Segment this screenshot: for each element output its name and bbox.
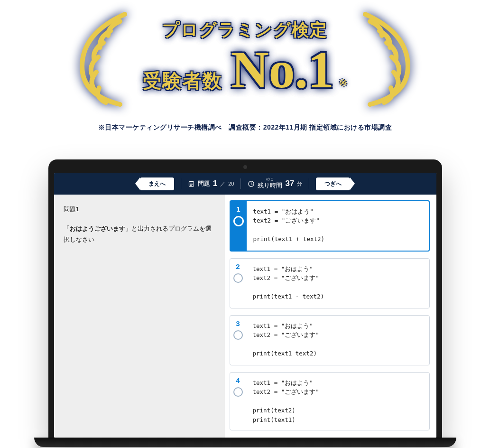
- divider: [240, 178, 241, 189]
- choice-number: 3: [236, 319, 240, 327]
- question-pane: 問題1 「おはようございます」と出力されるプログラムを選択しなさい: [54, 195, 225, 438]
- exam-screen: まえへ 問題 1 ／ 20: [54, 173, 436, 438]
- question-total: 20: [228, 181, 234, 187]
- choice-code: text1 = "おはよう" text2 = "ございます" print(tex…: [247, 201, 429, 251]
- next-button[interactable]: つぎへ: [316, 177, 350, 190]
- award-no1: No.1: [231, 44, 334, 96]
- choice-badge: 1: [231, 201, 247, 251]
- list-icon: [188, 180, 195, 187]
- radio-icon: [233, 387, 243, 397]
- award-line1: プログラミング検定: [143, 19, 347, 42]
- answer-choice-4[interactable]: 4text1 = "おはよう" text2 = "ございます" print(te…: [230, 372, 430, 430]
- next-button-label: つぎへ: [324, 180, 342, 187]
- question-body-bold: おはようございます: [70, 225, 125, 232]
- time-label: 残り時間: [258, 182, 282, 189]
- award-caption: ※日本マーケティングリサーチ機構調べ 調査概要：2022年11月期 指定領域にお…: [0, 123, 490, 132]
- choice-badge: 2: [230, 259, 246, 308]
- question-title: 問題1: [64, 205, 215, 214]
- answer-choice-2[interactable]: 2text1 = "おはよう" text2 = "ございます" print(te…: [230, 258, 430, 308]
- award-subtitle: 受験者数: [143, 68, 222, 94]
- time-value: 37: [285, 179, 294, 188]
- award-banner: プログラミング検定 受験者数 No.1 ※ ※日本マーケティングリサーチ機構調べ…: [0, 0, 490, 132]
- answers-pane: 1text1 = "おはよう" text2 = "ございます" print(te…: [225, 195, 436, 438]
- question-current: 1: [213, 179, 217, 188]
- laptop-base: [34, 438, 456, 447]
- choice-code: text1 = "おはよう" text2 = "ございます" print(tex…: [246, 373, 429, 430]
- time-unit: 分: [297, 180, 302, 187]
- prev-button[interactable]: まえへ: [140, 177, 174, 190]
- laurel-left-icon: [63, 5, 139, 109]
- timer: のこ 残り時間 37 分: [248, 177, 302, 190]
- radio-icon: [233, 330, 243, 340]
- svg-line-6: [251, 184, 253, 184]
- award-footnote-mark: ※: [339, 77, 347, 89]
- choice-number: 2: [236, 262, 240, 271]
- choice-number: 4: [236, 376, 240, 384]
- question-body: 「おはようございます」と出力されるプログラムを選択しなさい: [64, 223, 215, 245]
- laptop-mock: まえへ 問題 1 ／ 20: [48, 159, 442, 447]
- answer-choice-3[interactable]: 3text1 = "おはよう" text2 = "ございます" print(te…: [230, 315, 430, 365]
- radio-icon: [233, 273, 243, 283]
- laurel-right-icon: [351, 5, 427, 109]
- choice-number: 1: [236, 205, 240, 213]
- prev-button-label: まえへ: [148, 180, 166, 187]
- question-sep: ／: [220, 180, 225, 187]
- divider: [181, 178, 181, 189]
- choice-code: text1 = "おはよう" text2 = "ございます" print(tex…: [246, 316, 429, 365]
- answer-choice-1[interactable]: 1text1 = "おはよう" text2 = "ございます" print(te…: [230, 200, 430, 252]
- camera-dot-icon: [243, 165, 247, 169]
- choice-badge: 3: [230, 316, 246, 365]
- radio-icon: [233, 216, 244, 226]
- question-label: 問題: [198, 179, 210, 188]
- clock-icon: [248, 180, 255, 187]
- question-counter: 問題 1 ／ 20: [188, 179, 234, 188]
- exam-topbar: まえへ 問題 1 ／ 20: [54, 173, 436, 195]
- choice-code: text1 = "おはよう" text2 = "ございます" print(tex…: [246, 259, 429, 308]
- question-body-prefix: 「: [64, 225, 70, 232]
- time-ruby: のこ: [258, 177, 282, 181]
- choice-badge: 4: [230, 373, 246, 430]
- divider: [309, 178, 309, 189]
